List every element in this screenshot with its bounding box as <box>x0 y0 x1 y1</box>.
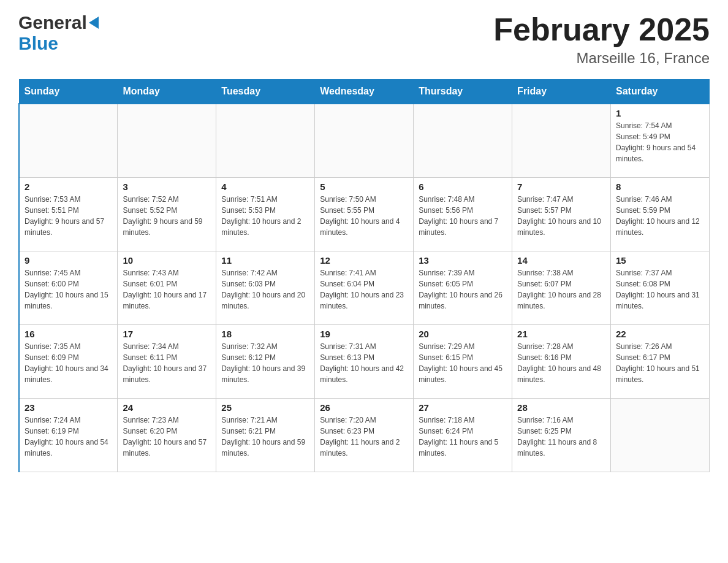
calendar-cell: 7Sunrise: 7:47 AM Sunset: 5:57 PM Daylig… <box>512 177 611 251</box>
day-number: 6 <box>419 182 507 192</box>
day-info: Sunrise: 7:53 AM Sunset: 5:51 PM Dayligh… <box>25 194 112 238</box>
calendar-cell: 5Sunrise: 7:50 AM Sunset: 5:55 PM Daylig… <box>315 177 414 251</box>
calendar-cell: 6Sunrise: 7:48 AM Sunset: 5:56 PM Daylig… <box>414 177 512 251</box>
calendar-cell: 9Sunrise: 7:45 AM Sunset: 6:00 PM Daylig… <box>19 251 118 324</box>
day-number: 15 <box>616 255 704 266</box>
calendar-cell: 1Sunrise: 7:54 AM Sunset: 5:49 PM Daylig… <box>611 104 710 177</box>
day-number: 27 <box>419 402 507 413</box>
day-number: 2 <box>25 182 112 192</box>
day-info: Sunrise: 7:21 AM Sunset: 6:21 PM Dayligh… <box>221 415 309 459</box>
day-info: Sunrise: 7:20 AM Sunset: 6:23 PM Dayligh… <box>320 415 408 459</box>
day-info: Sunrise: 7:34 AM Sunset: 6:11 PM Dayligh… <box>123 341 211 385</box>
weekday-header-monday: Monday <box>118 80 216 104</box>
day-number: 7 <box>517 182 605 192</box>
calendar-cell <box>118 104 216 177</box>
calendar-cell: 3Sunrise: 7:52 AM Sunset: 5:52 PM Daylig… <box>118 177 216 251</box>
day-number: 14 <box>517 255 605 266</box>
weekday-header-sunday: Sunday <box>19 80 118 104</box>
calendar-cell <box>512 104 611 177</box>
day-number: 11 <box>221 255 309 266</box>
location-title: Marseille 16, France <box>493 50 710 67</box>
calendar-cell: 21Sunrise: 7:28 AM Sunset: 6:16 PM Dayli… <box>512 324 611 398</box>
calendar-cell: 4Sunrise: 7:51 AM Sunset: 5:53 PM Daylig… <box>216 177 315 251</box>
day-info: Sunrise: 7:47 AM Sunset: 5:57 PM Dayligh… <box>517 194 605 238</box>
weekday-header-saturday: Saturday <box>611 80 710 104</box>
day-number: 3 <box>123 182 211 192</box>
calendar-cell: 27Sunrise: 7:18 AM Sunset: 6:24 PM Dayli… <box>414 398 512 472</box>
logo-blue-text: Blue <box>18 33 58 54</box>
week-row-1: 1Sunrise: 7:54 AM Sunset: 5:49 PM Daylig… <box>19 104 710 177</box>
logo: General Blue <box>18 12 99 54</box>
calendar-cell <box>611 398 710 472</box>
day-info: Sunrise: 7:51 AM Sunset: 5:53 PM Dayligh… <box>221 194 309 238</box>
day-info: Sunrise: 7:41 AM Sunset: 6:04 PM Dayligh… <box>320 267 408 312</box>
calendar-cell: 20Sunrise: 7:29 AM Sunset: 6:15 PM Dayli… <box>414 324 512 398</box>
week-row-4: 16Sunrise: 7:35 AM Sunset: 6:09 PM Dayli… <box>19 324 710 398</box>
day-info: Sunrise: 7:23 AM Sunset: 6:20 PM Dayligh… <box>123 415 211 459</box>
week-row-3: 9Sunrise: 7:45 AM Sunset: 6:00 PM Daylig… <box>19 251 710 324</box>
day-number: 20 <box>419 329 507 339</box>
calendar-cell: 11Sunrise: 7:42 AM Sunset: 6:03 PM Dayli… <box>216 251 315 324</box>
day-info: Sunrise: 7:24 AM Sunset: 6:19 PM Dayligh… <box>25 415 112 459</box>
day-info: Sunrise: 7:42 AM Sunset: 6:03 PM Dayligh… <box>221 267 309 312</box>
weekday-header-tuesday: Tuesday <box>216 80 315 104</box>
day-number: 26 <box>320 402 408 413</box>
calendar-cell: 25Sunrise: 7:21 AM Sunset: 6:21 PM Dayli… <box>216 398 315 472</box>
calendar-cell: 23Sunrise: 7:24 AM Sunset: 6:19 PM Dayli… <box>19 398 118 472</box>
day-info: Sunrise: 7:28 AM Sunset: 6:16 PM Dayligh… <box>517 341 605 385</box>
day-info: Sunrise: 7:39 AM Sunset: 6:05 PM Dayligh… <box>419 267 507 312</box>
day-info: Sunrise: 7:35 AM Sunset: 6:09 PM Dayligh… <box>25 341 112 385</box>
weekday-header-friday: Friday <box>512 80 611 104</box>
weekday-header-row: SundayMondayTuesdayWednesdayThursdayFrid… <box>19 80 710 104</box>
calendar-cell: 22Sunrise: 7:26 AM Sunset: 6:17 PM Dayli… <box>611 324 710 398</box>
day-number: 21 <box>517 329 605 339</box>
calendar-cell: 18Sunrise: 7:32 AM Sunset: 6:12 PM Dayli… <box>216 324 315 398</box>
week-row-5: 23Sunrise: 7:24 AM Sunset: 6:19 PM Dayli… <box>19 398 710 472</box>
day-info: Sunrise: 7:52 AM Sunset: 5:52 PM Dayligh… <box>123 194 211 238</box>
calendar-cell: 24Sunrise: 7:23 AM Sunset: 6:20 PM Dayli… <box>118 398 216 472</box>
day-number: 28 <box>517 402 605 413</box>
calendar-cell: 12Sunrise: 7:41 AM Sunset: 6:04 PM Dayli… <box>315 251 414 324</box>
day-info: Sunrise: 7:54 AM Sunset: 5:49 PM Dayligh… <box>616 120 704 164</box>
day-number: 10 <box>123 255 211 266</box>
day-number: 12 <box>320 255 408 266</box>
calendar-cell <box>414 104 512 177</box>
calendar-cell: 14Sunrise: 7:38 AM Sunset: 6:07 PM Dayli… <box>512 251 611 324</box>
calendar-cell: 10Sunrise: 7:43 AM Sunset: 6:01 PM Dayli… <box>118 251 216 324</box>
day-number: 18 <box>221 329 309 339</box>
day-info: Sunrise: 7:18 AM Sunset: 6:24 PM Dayligh… <box>419 415 507 459</box>
day-info: Sunrise: 7:38 AM Sunset: 6:07 PM Dayligh… <box>517 267 605 312</box>
day-info: Sunrise: 7:37 AM Sunset: 6:08 PM Dayligh… <box>616 267 704 312</box>
month-title: February 2025 <box>493 12 710 47</box>
day-info: Sunrise: 7:29 AM Sunset: 6:15 PM Dayligh… <box>419 341 507 385</box>
calendar-cell: 19Sunrise: 7:31 AM Sunset: 6:13 PM Dayli… <box>315 324 414 398</box>
day-info: Sunrise: 7:46 AM Sunset: 5:59 PM Dayligh… <box>616 194 704 238</box>
weekday-header-wednesday: Wednesday <box>315 80 414 104</box>
day-number: 13 <box>419 255 507 266</box>
calendar-cell: 2Sunrise: 7:53 AM Sunset: 5:51 PM Daylig… <box>19 177 118 251</box>
day-info: Sunrise: 7:32 AM Sunset: 6:12 PM Dayligh… <box>221 341 309 385</box>
calendar-cell: 26Sunrise: 7:20 AM Sunset: 6:23 PM Dayli… <box>315 398 414 472</box>
calendar-cell: 16Sunrise: 7:35 AM Sunset: 6:09 PM Dayli… <box>19 324 118 398</box>
calendar-cell <box>315 104 414 177</box>
day-info: Sunrise: 7:45 AM Sunset: 6:00 PM Dayligh… <box>25 267 112 312</box>
day-number: 24 <box>123 402 211 413</box>
day-info: Sunrise: 7:43 AM Sunset: 6:01 PM Dayligh… <box>123 267 211 312</box>
week-row-2: 2Sunrise: 7:53 AM Sunset: 5:51 PM Daylig… <box>19 177 710 251</box>
day-info: Sunrise: 7:48 AM Sunset: 5:56 PM Dayligh… <box>419 194 507 238</box>
page-header: General Blue February 2025 Marseille 16,… <box>18 12 710 67</box>
calendar-cell <box>216 104 315 177</box>
calendar-cell: 13Sunrise: 7:39 AM Sunset: 6:05 PM Dayli… <box>414 251 512 324</box>
logo-triangle-icon <box>89 17 99 29</box>
logo-general-text: General <box>18 12 87 33</box>
calendar-cell: 28Sunrise: 7:16 AM Sunset: 6:25 PM Dayli… <box>512 398 611 472</box>
day-info: Sunrise: 7:16 AM Sunset: 6:25 PM Dayligh… <box>517 415 605 459</box>
day-number: 19 <box>320 329 408 339</box>
day-info: Sunrise: 7:31 AM Sunset: 6:13 PM Dayligh… <box>320 341 408 385</box>
calendar-cell: 15Sunrise: 7:37 AM Sunset: 6:08 PM Dayli… <box>611 251 710 324</box>
calendar-cell <box>19 104 118 177</box>
day-number: 4 <box>221 182 309 192</box>
day-number: 8 <box>616 182 704 192</box>
day-number: 17 <box>123 329 211 339</box>
title-block: February 2025 Marseille 16, France <box>493 12 710 67</box>
